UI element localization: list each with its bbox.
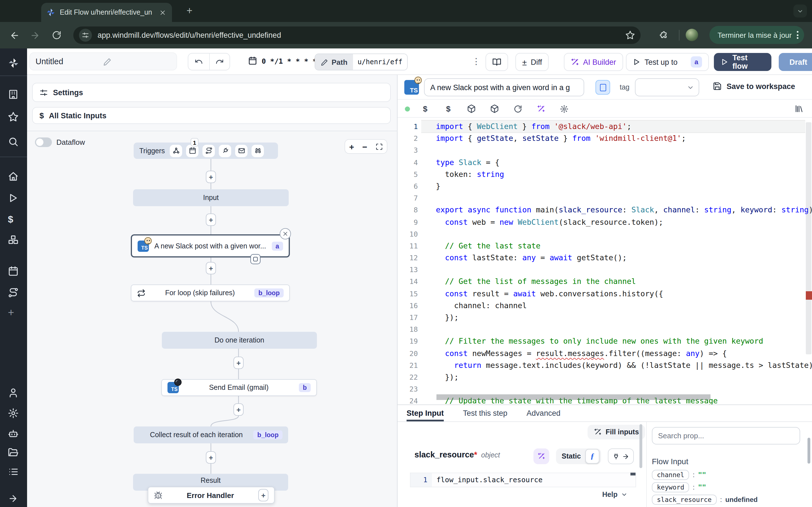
code-line[interactable] [436, 145, 805, 156]
static-toggle[interactable]: Static ƒ [556, 448, 601, 464]
prop-scrollbar[interactable] [808, 438, 810, 464]
path-value[interactable]: u/henri/eff [353, 54, 407, 70]
gear-icon[interactable] [559, 104, 569, 114]
sidebar-item-search[interactable] [8, 136, 19, 148]
websocket-trigger-icon[interactable] [219, 145, 232, 157]
sidebar-item-resources[interactable] [8, 234, 19, 245]
editor-vertical-scrollbar[interactable] [806, 122, 811, 354]
sidebar-item-routes[interactable] [8, 287, 19, 298]
more-options-icon[interactable]: ⋮ [472, 56, 480, 66]
zoom-out-icon[interactable]: − [362, 142, 367, 151]
code-line[interactable]: const web = new WebClient(slack_resource… [436, 216, 805, 228]
code-line[interactable]: channel: channel [436, 300, 805, 312]
search-prop-input[interactable] [652, 427, 800, 445]
path-button[interactable]: Path [315, 54, 353, 70]
tab-search-button[interactable] [794, 4, 807, 17]
ai-wand-icon[interactable] [536, 104, 546, 114]
ai-generate-button[interactable] [534, 448, 549, 464]
edit-pencil-icon[interactable] [103, 57, 171, 66]
code-line[interactable] [436, 228, 805, 240]
delete-step-button[interactable] [280, 228, 291, 239]
schedule-summary[interactable]: 0 */1 * * * * [248, 56, 317, 65]
sidebar-item-settings[interactable] [8, 408, 19, 419]
sidebar-item-workers[interactable] [8, 428, 19, 439]
step-name-input[interactable] [424, 78, 584, 96]
sidebar-item-add[interactable]: + [8, 306, 19, 318]
code-lines[interactable]: import { WebClient } from '@slack/web-ap… [436, 121, 805, 404]
test-up-to-step-badge[interactable]: a [691, 56, 702, 68]
sidebar-item-folders[interactable] [8, 447, 19, 459]
prop-row-keyword[interactable]: keyword : "" [652, 482, 706, 492]
poll-trigger-icon[interactable] [252, 145, 264, 157]
prop-name[interactable]: channel [652, 470, 689, 480]
route-trigger-icon[interactable] [203, 145, 215, 157]
diff-button[interactable]: ± Diff [515, 53, 549, 71]
back-button[interactable] [7, 27, 22, 43]
test-flow-button[interactable]: Test flow [714, 53, 771, 71]
code-line[interactable] [436, 192, 805, 204]
code-line[interactable]: import { WebClient } from '@slack/web-ap… [421, 121, 805, 132]
sidebar-item-schedules[interactable] [8, 266, 19, 277]
ai-builder-button[interactable]: AI Builder [564, 53, 623, 71]
flow-name-field[interactable]: Untitled [29, 52, 177, 70]
insert-step-button[interactable]: + [234, 356, 244, 369]
insert-step-button[interactable]: + [206, 214, 216, 226]
add-error-handler-button[interactable]: + [258, 489, 268, 501]
do-one-iteration-node[interactable]: Do one iteration [162, 332, 317, 349]
settings-card[interactable]: Settings [32, 83, 391, 102]
insert-step-button[interactable]: + [206, 451, 216, 464]
tab-close-icon[interactable] [158, 8, 167, 17]
code-line[interactable]: token: string [436, 168, 805, 180]
prop-row-slack-resource[interactable]: slack_resource : undefined [652, 495, 758, 505]
sidebar-item-favorites[interactable] [8, 112, 19, 123]
package-icon[interactable] [490, 104, 500, 114]
prop-name[interactable]: keyword [652, 482, 689, 492]
chrome-update-button[interactable]: Terminer la mise à jour [709, 26, 804, 44]
sidebar-item-workspace[interactable] [8, 89, 19, 100]
code-line[interactable]: const lastState: any = await getState(); [436, 252, 805, 264]
code-line[interactable] [436, 383, 805, 395]
help-button[interactable]: Help [602, 491, 627, 499]
sidebar-item-logs[interactable] [8, 466, 19, 478]
windmill-logo-icon[interactable] [8, 57, 19, 69]
site-settings-icon[interactable] [79, 29, 92, 42]
panel-scrollbar[interactable] [640, 424, 642, 468]
extensions-icon[interactable] [655, 27, 671, 43]
function-mode-button[interactable]: ƒ [585, 449, 599, 464]
code-line[interactable]: }); [436, 312, 805, 323]
code-line[interactable]: // Get the last state [436, 240, 805, 252]
code-line[interactable] [436, 264, 805, 276]
fit-view-icon[interactable] [375, 143, 383, 150]
code-line[interactable]: type Slack = { [436, 156, 805, 168]
save-to-workspace-button[interactable]: Save to workspace [713, 82, 795, 91]
package-icon[interactable] [466, 104, 476, 114]
fill-inputs-button[interactable]: Fill inputs [588, 425, 645, 439]
editor-horizontal-scrollbar[interactable] [437, 394, 711, 400]
code-editor[interactable]: 123456789101112131415161718192021222324 … [398, 118, 812, 404]
flow-input-node[interactable]: Input [133, 189, 289, 206]
chrome-menu-icon[interactable] [797, 31, 799, 39]
reload-icon[interactable] [513, 104, 523, 114]
code-line[interactable]: const result = await web.conversations.h… [436, 288, 805, 299]
code-line[interactable]: } [436, 180, 805, 192]
tab-test-this-step[interactable]: Test this step [463, 405, 507, 421]
code-line[interactable]: }); [436, 371, 805, 383]
sidebar-item-runs[interactable] [8, 193, 19, 204]
sidebar-item-variables[interactable]: $ [8, 214, 19, 225]
error-handler-node[interactable]: Error Handler + [148, 487, 274, 504]
code-line[interactable]: import { getState, setState } from 'wind… [436, 132, 805, 144]
code-line[interactable]: const newMessages = result.messages.filt… [436, 347, 805, 359]
test-up-to-button[interactable]: Test up to a [626, 53, 709, 71]
webhook-trigger-icon[interactable] [170, 145, 183, 157]
sidebar-item-home[interactable] [8, 171, 19, 182]
code-line[interactable]: return message.text.includes(keyword) &&… [436, 359, 805, 371]
insert-step-button[interactable]: + [234, 403, 244, 416]
profile-avatar[interactable] [686, 29, 698, 41]
redo-button[interactable] [209, 54, 230, 70]
bookmark-star-icon[interactable] [625, 31, 635, 40]
code-line[interactable]: // Filter the messages to only include n… [436, 335, 805, 347]
expr-value[interactable]: flow_input.slack_resource [432, 473, 636, 487]
browser-tab[interactable]: Edit Flow u/henri/effective_un [41, 3, 172, 22]
variables-icon[interactable]: $ [420, 104, 430, 114]
url-bar[interactable]: app.windmill.dev/flows/edit/u/henri/effe… [73, 26, 641, 44]
